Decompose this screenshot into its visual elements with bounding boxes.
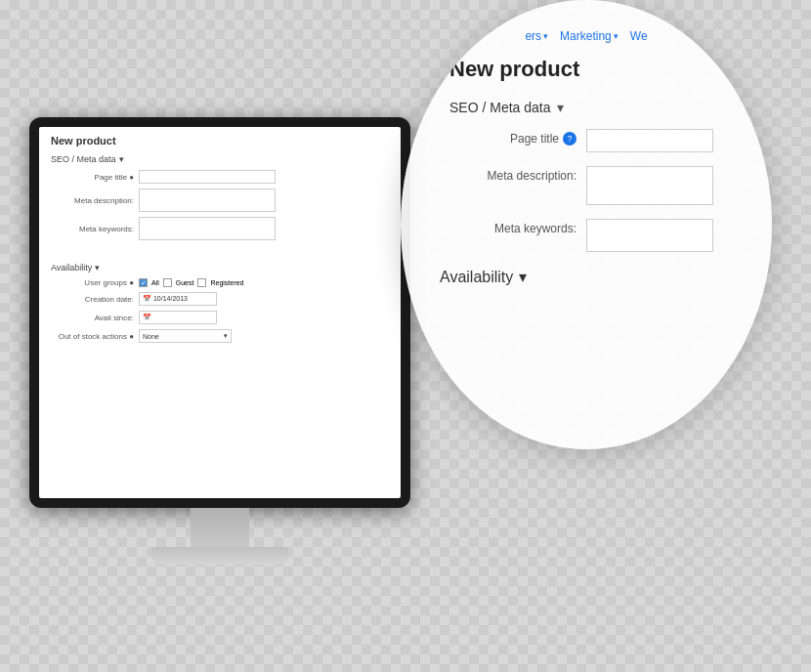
mag-content: New product SEO / Meta data ▾ Page title… (401, 57, 772, 286)
mag-title: New product (440, 57, 733, 82)
mag-seo-chevron: ▾ (557, 100, 564, 115)
screen-creation-date-row: Creation date: 📅 10/14/2013 (51, 292, 389, 306)
magnify-circle: ers ▾ Marketing ▾ We New product SEO / M… (401, 0, 772, 449)
screen-content: New product SEO / Meta data ▾ Page title… (39, 127, 401, 356)
screen-out-of-stock-label: Out of stock actions ● (51, 332, 134, 341)
mag-nav-we[interactable]: We (630, 29, 648, 43)
mag-page-title-row: Page title ? (449, 129, 723, 152)
mag-page-title-label: Page title ? (449, 129, 576, 146)
screen-page-title-input[interactable] (139, 170, 276, 184)
screen-meta-keywords-label: Meta keywords: (51, 225, 134, 233)
mag-nav: ers ▾ Marketing ▾ We (495, 29, 676, 43)
mag-avail-section: Availability ▾ (440, 268, 733, 286)
screen-meta-keywords-input[interactable] (139, 217, 276, 240)
screen-meta-keywords-row: Meta keywords: (51, 217, 389, 240)
mag-page-title-input[interactable] (586, 129, 713, 152)
screen-meta-desc-row: Meta description: (51, 189, 389, 212)
screen-registered-checkbox[interactable] (197, 278, 206, 287)
screen-avail-since-input[interactable]: 📅 (139, 311, 217, 324)
screen-avail-since-label: Avail since: (51, 314, 134, 322)
monitor-screen: New product SEO / Meta data ▾ Page title… (39, 127, 401, 498)
screen-meta-desc-input[interactable] (139, 189, 276, 212)
mag-seo-header: SEO / Meta data ▾ (449, 100, 723, 115)
screen-creation-date-label: Creation date: (51, 295, 134, 304)
monitor: New product SEO / Meta data ▾ Page title… (29, 117, 410, 567)
mag-nav-ers-chevron: ▾ (543, 31, 548, 41)
mag-nav-marketing[interactable]: Marketing ▾ (560, 29, 619, 43)
mag-meta-desc-input[interactable] (586, 166, 713, 205)
mag-avail-chevron: ▾ (519, 268, 527, 286)
mag-nav-ers[interactable]: ers ▾ (525, 29, 548, 43)
screen-out-of-stock-row: Out of stock actions ● None ▾ (51, 329, 389, 343)
screen-page-title-row: Page title ● (51, 170, 389, 184)
mag-meta-keywords-row: Meta keywords: (449, 219, 723, 252)
screen-meta-desc-label: Meta description: (51, 196, 134, 205)
mag-meta-keywords-input[interactable] (586, 219, 713, 252)
screen-title: New product (51, 135, 389, 147)
scene: New product SEO / Meta data ▾ Page title… (0, 0, 811, 672)
screen-seo-header: SEO / Meta data ▾ (51, 154, 389, 164)
screen-page-title-label: Page title ● (51, 173, 134, 182)
screen-out-of-stock-select[interactable]: None ▾ (139, 329, 232, 343)
mag-nav-marketing-chevron: ▾ (614, 31, 619, 41)
screen-avail-since-row: Avail since: 📅 (51, 311, 389, 324)
screen-all-checkbox[interactable]: ✓ (139, 278, 148, 287)
screen-user-groups-label: User groups ● (51, 278, 134, 287)
screen-creation-date-input[interactable]: 📅 10/14/2013 (139, 292, 217, 306)
mag-meta-desc-label: Meta description: (449, 166, 576, 183)
mag-meta-desc-row: Meta description: (449, 166, 723, 205)
mag-seo-section: SEO / Meta data ▾ Page title ? Meta desc… (440, 100, 733, 252)
screen-user-groups-row: User groups ● ✓ All Guest Registered (51, 278, 389, 287)
page-title-help-icon[interactable]: ? (563, 132, 576, 146)
monitor-stand-base (151, 547, 288, 565)
screen-guest-checkbox[interactable] (163, 278, 172, 287)
mag-avail-header: Availability ▾ (440, 268, 733, 286)
screen-user-groups-checkboxes: ✓ All Guest Registered (139, 278, 243, 287)
monitor-stand-neck (191, 508, 249, 547)
monitor-screen-outer: New product SEO / Meta data ▾ Page title… (29, 117, 410, 508)
screen-avail-header: Availability ▾ (51, 263, 389, 273)
mag-meta-keywords-label: Meta keywords: (449, 219, 576, 235)
